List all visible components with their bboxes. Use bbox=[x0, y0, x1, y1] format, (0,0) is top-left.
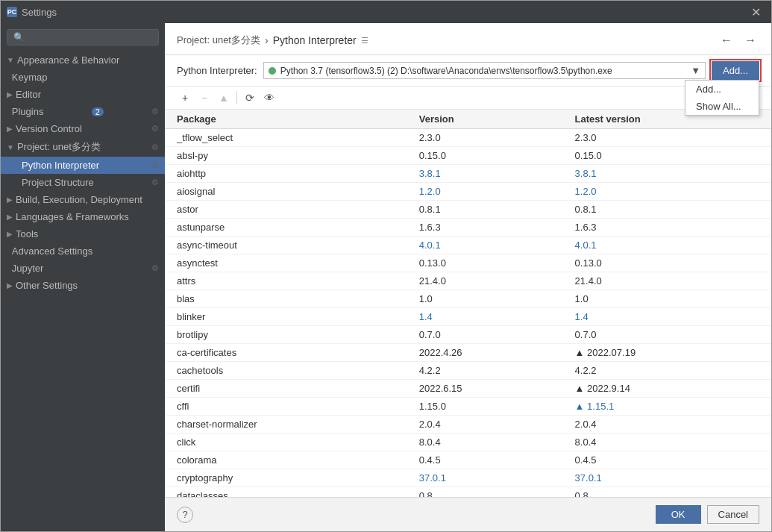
arrow-icon: ▶ bbox=[7, 125, 13, 133]
package-name: aiosignal bbox=[165, 183, 407, 201]
table-row[interactable]: brotlipy0.7.00.7.0 bbox=[165, 326, 771, 344]
interpreter-icon: ⚙ bbox=[151, 160, 159, 170]
interpreter-select[interactable]: Python 3.7 (tensorflow3.5) (2) D:\softwa… bbox=[263, 62, 706, 79]
table-row[interactable]: aiosignal1.2.01.2.0 bbox=[165, 183, 771, 201]
nav-forward-button[interactable]: → bbox=[741, 32, 759, 48]
table-row[interactable]: _tflow_select2.3.02.3.0 bbox=[165, 129, 771, 147]
table-row[interactable]: aiohttp3.8.13.8.1 bbox=[165, 165, 771, 183]
search-input[interactable] bbox=[7, 29, 159, 46]
breadcrumb: Project: unet多分类 › Python Interpreter ☰ bbox=[177, 34, 368, 47]
package-version: 2022.6.15 bbox=[407, 380, 563, 398]
table-row[interactable]: asynctest0.13.00.13.0 bbox=[165, 254, 771, 272]
sidebar-item-build[interactable]: ▶ Build, Execution, Deployment bbox=[1, 191, 165, 208]
package-version: 4.2.2 bbox=[407, 362, 563, 380]
sidebar-item-project[interactable]: ▼ Project: unet多分类 ⚙ bbox=[1, 137, 165, 157]
col-package: Package bbox=[165, 110, 407, 129]
search-box bbox=[1, 23, 165, 51]
package-name: charset-normalizer bbox=[165, 416, 407, 434]
table-row[interactable]: astunparse1.6.31.6.3 bbox=[165, 219, 771, 237]
show-all-item[interactable]: Show All... bbox=[685, 98, 759, 115]
table-row[interactable]: absl-py0.15.00.15.0 bbox=[165, 147, 771, 165]
arrow-icon bbox=[7, 73, 9, 81]
table-row[interactable]: cffi1.15.0▲ 1.15.1 bbox=[165, 398, 771, 416]
package-version: 2.3.0 bbox=[407, 129, 563, 147]
package-name: click bbox=[165, 434, 407, 451]
table-row[interactable]: charset-normalizer2.0.42.0.4 bbox=[165, 416, 771, 434]
sidebar-item-tools[interactable]: ▶ Tools bbox=[1, 225, 165, 242]
package-version: 4.0.1 bbox=[407, 237, 563, 254]
add-package-button[interactable]: + bbox=[177, 90, 193, 106]
remove-package-button[interactable]: − bbox=[196, 90, 213, 106]
sidebar-item-vcs[interactable]: ▶ Version Control ⚙ bbox=[1, 120, 165, 137]
table-row[interactable]: click8.0.48.0.4 bbox=[165, 434, 771, 451]
package-name: absl-py bbox=[165, 147, 407, 165]
package-name: brotlipy bbox=[165, 326, 407, 344]
package-version: 1.4 bbox=[407, 308, 563, 326]
package-name: certifi bbox=[165, 380, 407, 398]
nav-arrows: ← → bbox=[718, 32, 759, 48]
sidebar-item-plugins[interactable]: Plugins 2 ⚙ bbox=[1, 103, 165, 120]
eye-button[interactable]: 👁 bbox=[261, 90, 277, 106]
arrow-icon: ▶ bbox=[7, 195, 13, 204]
sidebar-item-project-structure[interactable]: Project Structure ⚙ bbox=[1, 174, 165, 191]
table-body: _tflow_select2.3.02.3.0absl-py0.15.00.15… bbox=[165, 129, 771, 498]
package-latest: 1.6.3 bbox=[563, 219, 771, 237]
table-row[interactable]: certifi2022.6.15▲ 2022.9.14 bbox=[165, 380, 771, 398]
package-name: asynctest bbox=[165, 254, 407, 272]
arrow-icon bbox=[7, 107, 9, 116]
sidebar-item-advanced[interactable]: Advanced Settings bbox=[1, 242, 165, 260]
package-name: async-timeout bbox=[165, 237, 407, 254]
sidebar-item-languages[interactable]: ▶ Languages & Frameworks bbox=[1, 208, 165, 225]
cancel-button[interactable]: Cancel bbox=[707, 505, 759, 524]
close-button[interactable]: ✕ bbox=[747, 4, 765, 21]
table-row[interactable]: astor0.8.10.8.1 bbox=[165, 201, 771, 219]
package-version: 2.0.4 bbox=[407, 416, 563, 434]
package-latest: 2.3.0 bbox=[563, 129, 771, 147]
table-row[interactable]: colorama0.4.50.4.5 bbox=[165, 451, 771, 469]
sidebar-item-python-interpreter[interactable]: Python Interpreter ⚙ bbox=[1, 157, 165, 174]
table-row[interactable]: ca-certificates2022.4.26▲ 2022.07.19 bbox=[165, 344, 771, 362]
table-row[interactable]: attrs21.4.021.4.0 bbox=[165, 272, 771, 290]
sidebar-item-appearance[interactable]: ▼ Appearance & Behavior bbox=[1, 51, 165, 69]
table-row[interactable]: dataclasses0.80.8 bbox=[165, 487, 771, 498]
package-version: 1.0 bbox=[407, 290, 563, 308]
arrow-icon bbox=[7, 264, 9, 272]
sidebar-item-other[interactable]: ▶ Other Settings bbox=[1, 277, 165, 294]
interpreter-label: Python Interpreter: bbox=[177, 65, 257, 76]
footer-left: ? bbox=[177, 507, 193, 523]
sidebar-item-editor[interactable]: ▶ Editor bbox=[1, 86, 165, 103]
add-button[interactable]: Add... bbox=[712, 61, 759, 80]
sidebar-item-keymap[interactable]: Keymap bbox=[1, 69, 165, 86]
arrow-up-button[interactable]: ▲ bbox=[216, 90, 232, 106]
sidebar-item-jupyter[interactable]: Jupyter ⚙ bbox=[1, 260, 165, 277]
plugins-badge: 2 bbox=[92, 107, 104, 116]
table-row[interactable]: cachetools4.2.24.2.2 bbox=[165, 362, 771, 380]
table-row[interactable]: async-timeout4.0.14.0.1 bbox=[165, 237, 771, 254]
table-row[interactable]: blinker1.41.4 bbox=[165, 308, 771, 326]
package-name: colorama bbox=[165, 451, 407, 469]
footer: ? OK Cancel bbox=[165, 497, 771, 531]
package-name: _tflow_select bbox=[165, 129, 407, 147]
nav-back-button[interactable]: ← bbox=[718, 32, 735, 48]
package-version: 0.7.0 bbox=[407, 326, 563, 344]
ok-button[interactable]: OK bbox=[656, 505, 701, 524]
main-content: ▼ Appearance & Behavior Keymap ▶ Editor … bbox=[1, 23, 771, 531]
packages-table: Package Version Latest version _tflow_se… bbox=[165, 110, 771, 497]
main-panel: Project: unet多分类 › Python Interpreter ☰ … bbox=[165, 23, 771, 531]
interpreter-row: Python Interpreter: Python 3.7 (tensorfl… bbox=[165, 55, 771, 87]
toolbar-separator bbox=[236, 91, 237, 104]
package-version: 1.2.0 bbox=[407, 183, 563, 201]
package-latest: 0.7.0 bbox=[563, 326, 771, 344]
table-row[interactable]: blas1.01.0 bbox=[165, 290, 771, 308]
sidebar-item-label: Tools bbox=[16, 228, 38, 240]
add-item[interactable]: Add... bbox=[685, 81, 759, 98]
package-version: 0.8.1 bbox=[407, 201, 563, 219]
window-title: Settings bbox=[22, 7, 747, 18]
package-latest: 4.2.2 bbox=[563, 362, 771, 380]
package-name: blas bbox=[165, 290, 407, 308]
refresh-button[interactable]: ⟳ bbox=[242, 90, 258, 106]
help-button[interactable]: ? bbox=[177, 507, 193, 523]
sidebar-item-label: Advanced Settings bbox=[12, 245, 92, 257]
table-row[interactable]: cryptography37.0.137.0.1 bbox=[165, 469, 771, 487]
dropdown-menu: Add... Show All... bbox=[685, 80, 759, 116]
